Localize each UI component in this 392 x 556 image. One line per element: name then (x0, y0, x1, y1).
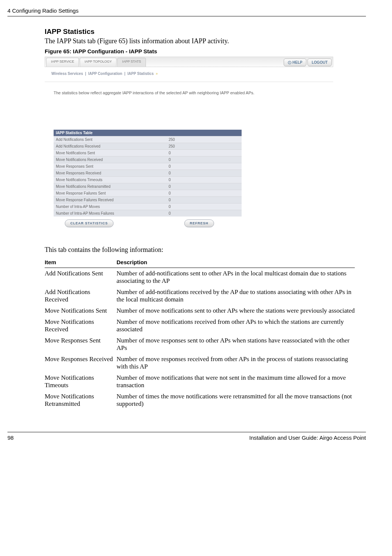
stat-value: 0 (166, 190, 242, 196)
definition-desc: Number of move notifications that were n… (117, 372, 355, 391)
table-row: Move Responses Sent0 (54, 163, 242, 170)
definition-desc: Number of move responses received from o… (117, 354, 355, 372)
breadcrumb: Wireless Services | IAPP Configuration |… (45, 67, 333, 82)
table-row: Move Responses Received0 (54, 170, 242, 176)
definition-desc: Number of move responses sent to other A… (117, 335, 355, 354)
stat-value: 0 (166, 149, 242, 156)
table-row: Move Notifications Sent0 (54, 149, 242, 156)
refresh-button[interactable]: REFRESH (184, 219, 214, 227)
definition-desc: Number of add-notifications sent to othe… (117, 268, 355, 287)
svg-point-2 (289, 61, 290, 61)
stat-label: Number of Intra-AP Moves Failures (54, 210, 166, 217)
stat-label: Move Response Failures Sent (54, 190, 166, 196)
stat-value: 250 (166, 136, 242, 143)
table-title: IAPP Statistics Table (54, 130, 242, 136)
stat-value: 0 (166, 183, 242, 190)
definition-row: Move Notifications SentNumber of move no… (45, 305, 355, 316)
definition-row: Move Notifications TimeoutsNumber of mov… (45, 372, 355, 391)
footer-title: Installation and User Guide: Airgo Acces… (249, 435, 366, 441)
stat-value: 0 (166, 156, 242, 163)
figure-label: Figure 65: IAPP Configuration - IAPP Sta… (45, 48, 366, 54)
page-number: 98 (7, 435, 14, 441)
iapp-statistics-table: IAPP Statistics Table Add Notifications … (54, 130, 242, 217)
stat-label: Move Notifications Timeouts (54, 176, 166, 183)
stat-label: Move Notifications Retransmitted (54, 183, 166, 190)
table-row: Move Notifications Received0 (54, 156, 242, 163)
section-intro: The IAPP Stats tab (Figure 65) lists inf… (45, 37, 366, 45)
definition-item: Move Notifications Retransmitted (45, 391, 117, 410)
stat-label: Add Notifications Received (54, 143, 166, 149)
definition-desc: Number of times the move notifications w… (117, 391, 355, 410)
stat-label: Move Response Failures Received (54, 196, 166, 203)
definition-row: Move Notifications ReceivedNumber of mov… (45, 316, 355, 335)
page-header: 4 Configuring Radio Settings (7, 7, 366, 16)
definition-item: Move Notifications Timeouts (45, 372, 117, 391)
stat-value: 0 (166, 176, 242, 183)
stat-value: 250 (166, 143, 242, 149)
chevron-right-icon: » (156, 72, 157, 76)
crumb-a: Wireless Services (51, 72, 83, 76)
table-row: Move Response Failures Received0 (54, 196, 242, 203)
tab-info-intro: This tab contains the following informat… (45, 246, 366, 254)
definition-row: Move Responses SentNumber of move respon… (45, 335, 355, 354)
definition-item: Move Responses Received (45, 354, 117, 372)
chapter-title: 4 Configuring Radio Settings (7, 7, 79, 14)
definition-item: Add Notifications Sent (45, 268, 117, 287)
crumb-b: IAPP Configuration (88, 72, 122, 76)
col-header-desc: Description (117, 257, 355, 268)
stat-label: Add Notifications Sent (54, 136, 166, 143)
help-label: HELP (293, 60, 303, 64)
tab-bar: IAPP SERVICE IAPP TOPOLOGY IAPP STATS HE… (45, 57, 333, 67)
stat-label: Move Notifications Received (54, 156, 166, 163)
crumb-c: IAPP Statistics (127, 72, 153, 76)
page-footer: 98 Installation and User Guide: Airgo Ac… (7, 432, 366, 441)
definition-item: Move Notifications Received (45, 316, 117, 335)
definition-row: Move Notifications RetransmittedNumber o… (45, 391, 355, 410)
stat-label: Number of Intra-AP Moves (54, 203, 166, 210)
table-row: Add Notifications Received250 (54, 143, 242, 149)
table-row: Move Notifications Retransmitted0 (54, 183, 242, 190)
stat-value: 0 (166, 170, 242, 176)
section-heading: IAPP Statistics (45, 28, 366, 36)
panel-description: The statistics below reflect aggregate I… (54, 89, 324, 97)
tab-iapp-service[interactable]: IAPP SERVICE (46, 58, 79, 67)
definition-desc: Number of add-notifications received by … (117, 287, 355, 305)
definitions-table: Item Description Add Notifications SentN… (45, 257, 355, 410)
stat-value: 0 (166, 163, 242, 170)
table-row: Number of Intra-AP Moves0 (54, 203, 242, 210)
stat-label: Move Notifications Sent (54, 149, 166, 156)
stat-value: 0 (166, 203, 242, 210)
stat-value: 0 (166, 196, 242, 203)
definition-row: Move Responses ReceivedNumber of move re… (45, 354, 355, 372)
definition-item: Move Responses Sent (45, 335, 117, 354)
stat-label: Move Responses Received (54, 170, 166, 176)
definition-item: Move Notifications Sent (45, 305, 117, 316)
help-button[interactable]: HELP (284, 59, 307, 66)
table-row: Number of Intra-AP Moves Failures0 (54, 210, 242, 217)
definition-row: Add Notifications SentNumber of add-noti… (45, 268, 355, 287)
table-row: Move Response Failures Sent0 (54, 190, 242, 196)
definition-desc: Number of move notifications sent to oth… (117, 305, 355, 316)
col-header-item: Item (45, 257, 117, 268)
table-row: Add Notifications Sent250 (54, 136, 242, 143)
help-icon (288, 61, 291, 64)
screenshot-figure: IAPP SERVICE IAPP TOPOLOGY IAPP STATS HE… (45, 57, 333, 235)
tab-iapp-stats[interactable]: IAPP STATS (117, 58, 146, 67)
definition-desc: Number of move notifications received fr… (117, 316, 355, 335)
tab-iapp-topology[interactable]: IAPP TOPOLOGY (80, 58, 117, 67)
stat-value: 0 (166, 210, 242, 217)
definition-item: Add Notifications Received (45, 287, 117, 305)
stat-label: Move Responses Sent (54, 163, 166, 170)
definition-row: Add Notifications ReceivedNumber of add-… (45, 287, 355, 305)
clear-statistics-button[interactable]: CLEAR STATISTICS (65, 219, 114, 227)
table-row: Move Notifications Timeouts0 (54, 176, 242, 183)
logout-button[interactable]: LOGOUT (307, 59, 332, 66)
